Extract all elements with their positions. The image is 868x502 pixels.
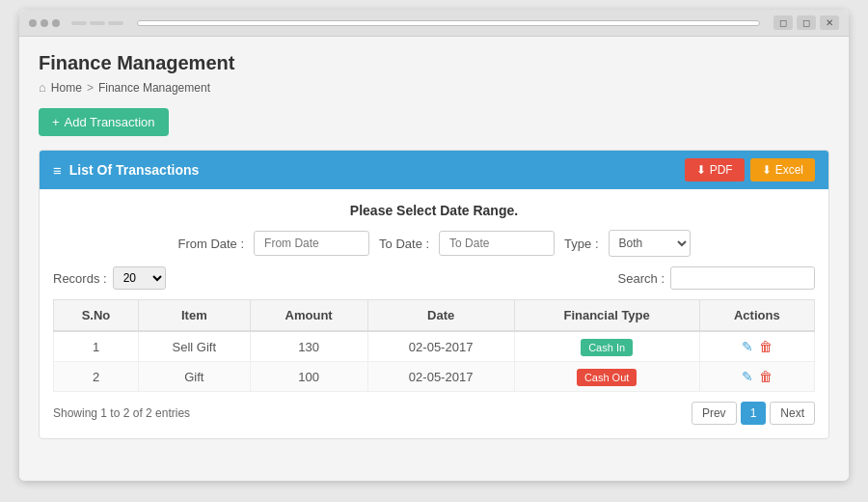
col-date: Date (367, 300, 514, 332)
table-header-row: S.No Item Amount Date Financial Type Act… (54, 300, 815, 332)
browser-action-3[interactable]: ✕ (820, 15, 839, 30)
cell-actions: ✎ 🗑 (699, 362, 814, 392)
browser-tab-3[interactable] (108, 21, 123, 25)
type-label: Type : (564, 237, 598, 251)
browser-window: ◻ ◻ ✕ Finance Management ⌂ Home > Financ… (19, 10, 849, 481)
card-header: List Of Transactions ⬇ PDF ⬇ Excel (40, 151, 828, 189)
pagination: Prev 1 Next (692, 402, 815, 425)
col-financial-type: Financial Type (514, 300, 699, 332)
browser-tab-1[interactable] (71, 21, 87, 25)
date-range-title: Please Select Date Range. (53, 203, 815, 218)
add-transaction-label: Add Transaction (65, 115, 155, 129)
cell-sno: 1 (54, 331, 139, 362)
cell-sno: 2 (54, 362, 139, 392)
delete-button[interactable]: 🗑 (759, 369, 773, 384)
records-label: Records : (53, 271, 107, 286)
browser-tab-2[interactable] (90, 21, 105, 25)
breadcrumb: ⌂ Home > Finance Management (39, 80, 829, 95)
search-label: Search : (618, 271, 665, 286)
from-date-input[interactable] (254, 231, 369, 256)
filter-row: From Date : To Date : Type : Both Cash I… (53, 230, 815, 257)
search-input[interactable] (670, 266, 815, 290)
breadcrumb-home-link[interactable]: Home (51, 81, 82, 95)
financial-type-badge: Cash Out (577, 369, 637, 386)
add-transaction-button[interactable]: + Add Transaction (39, 108, 169, 136)
from-date-label: From Date : (177, 237, 244, 251)
home-icon: ⌂ (39, 80, 46, 95)
excel-label: Excel (775, 163, 803, 177)
search-control: Search : (618, 266, 815, 290)
breadcrumb-separator: > (87, 81, 94, 95)
financial-type-badge: Cash In (581, 339, 633, 356)
table-footer: Showing 1 to 2 of 2 entries Prev 1 Next (53, 402, 815, 425)
prev-button[interactable]: Prev (692, 402, 737, 425)
cell-financial-type: Cash Out (514, 362, 699, 392)
excel-button[interactable]: ⬇ Excel (750, 158, 815, 181)
cell-date: 02-05-2017 (367, 362, 514, 392)
records-control: Records : 20 50 100 (53, 266, 166, 290)
browser-dots (29, 19, 60, 27)
cell-actions: ✎ 🗑 (699, 331, 814, 362)
delete-button[interactable]: 🗑 (759, 339, 773, 354)
browser-dot-3 (52, 19, 60, 27)
plus-icon: + (52, 115, 60, 129)
card-header-title: List Of Transactions (69, 162, 200, 178)
browser-chrome: ◻ ◻ ✕ (19, 10, 849, 37)
transactions-table: S.No Item Amount Date Financial Type Act… (53, 299, 815, 392)
breadcrumb-current: Finance Management (98, 81, 210, 95)
transactions-card: List Of Transactions ⬇ PDF ⬇ Excel Pleas… (39, 150, 829, 439)
col-actions: Actions (699, 300, 814, 332)
card-header-left: List Of Transactions (53, 162, 199, 179)
browser-dot-1 (29, 19, 37, 27)
browser-tabs (71, 21, 123, 25)
download-pdf-icon: ⬇ (696, 163, 706, 177)
current-page[interactable]: 1 (741, 402, 767, 425)
table-row: 1 Sell Gift 130 02-05-2017 Cash In ✎ 🗑 (54, 331, 815, 362)
browser-action-2[interactable]: ◻ (797, 15, 816, 30)
list-icon (53, 162, 62, 179)
pdf-label: PDF (710, 163, 733, 177)
edit-button[interactable]: ✎ (742, 369, 753, 384)
cell-amount: 130 (250, 331, 367, 362)
address-bar[interactable] (137, 20, 760, 26)
card-body: Please Select Date Range. From Date : To… (40, 189, 828, 438)
controls-row: Records : 20 50 100 Search : (53, 266, 815, 290)
next-button[interactable]: Next (770, 402, 815, 425)
cell-date: 02-05-2017 (367, 331, 514, 362)
download-excel-icon: ⬇ (762, 163, 772, 177)
col-sno: S.No (54, 300, 139, 332)
cell-financial-type: Cash In (514, 331, 699, 362)
col-item: Item (139, 300, 251, 332)
showing-entries: Showing 1 to 2 of 2 entries (53, 406, 190, 420)
cell-item: Sell Gift (139, 331, 251, 362)
pdf-button[interactable]: ⬇ PDF (685, 158, 745, 181)
type-select[interactable]: Both Cash In Cash Out (609, 230, 691, 257)
to-date-input[interactable] (439, 231, 555, 256)
cell-item: Gift (139, 362, 251, 392)
cell-amount: 100 (250, 362, 367, 392)
card-header-buttons: ⬇ PDF ⬇ Excel (685, 158, 815, 181)
browser-action-1[interactable]: ◻ (773, 15, 793, 30)
to-date-label: To Date : (379, 237, 429, 251)
table-row: 2 Gift 100 02-05-2017 Cash Out ✎ 🗑 (54, 362, 815, 392)
records-select[interactable]: 20 50 100 (113, 266, 166, 290)
browser-dot-2 (41, 19, 48, 27)
col-amount: Amount (250, 300, 367, 332)
page-title: Finance Management (39, 52, 829, 74)
edit-button[interactable]: ✎ (742, 339, 753, 354)
browser-actions: ◻ ◻ ✕ (773, 15, 839, 30)
page-content: Finance Management ⌂ Home > Finance Mana… (19, 37, 849, 481)
